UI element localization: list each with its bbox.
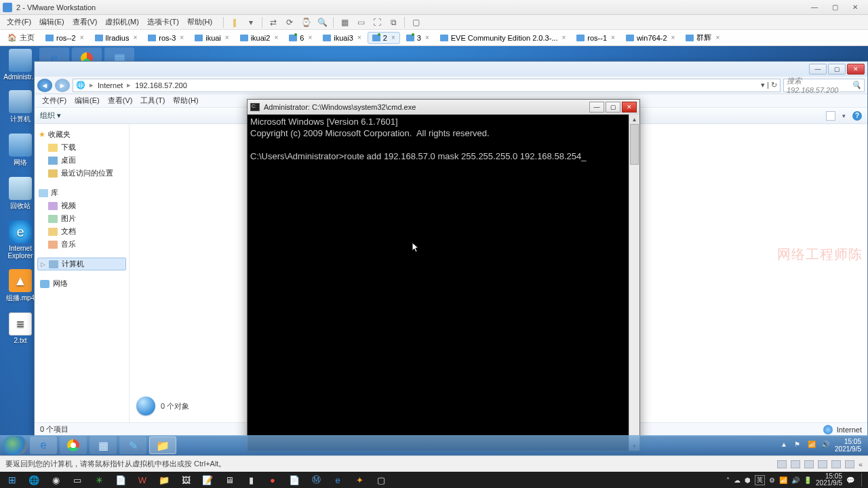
vm-tab[interactable]: win764-2×: [621, 32, 679, 44]
tab-close-icon[interactable]: ×: [274, 34, 278, 41]
explorer-search-input[interactable]: 搜索 192.168.57.200 🔍: [783, 79, 865, 92]
vm-device-icon[interactable]: [804, 460, 814, 468]
outer-task-button[interactable]: 📁: [155, 473, 174, 487]
tray-ime-icon[interactable]: 英: [755, 475, 765, 485]
toolbar-btn[interactable]: ▾: [245, 17, 256, 28]
vm-tab[interactable]: 2×: [368, 32, 400, 44]
tray-volume-icon[interactable]: 🔊: [791, 476, 800, 484]
desktop-icon-txt[interactable]: ≡2.txt: [3, 312, 38, 344]
snapshot-button[interactable]: ⌚: [300, 17, 311, 28]
outer-task-button[interactable]: ●: [263, 473, 282, 487]
pause-button[interactable]: ‖: [229, 17, 240, 28]
cmd-minimize-button[interactable]: —: [589, 102, 604, 113]
cmd-close-button[interactable]: ✕: [622, 102, 637, 113]
exp-menu-tools[interactable]: 工具(T): [137, 95, 168, 106]
toolbar-btn[interactable]: ▢: [410, 17, 421, 28]
desktop-icon-admin[interactable]: Administr...: [3, 49, 38, 81]
outer-task-button[interactable]: 🌐: [24, 473, 43, 487]
forward-button[interactable]: ►: [55, 79, 70, 92]
tab-close-icon[interactable]: ×: [391, 34, 395, 41]
tree-favorites-head[interactable]: ★收藏夹: [37, 128, 126, 141]
outer-task-button[interactable]: W: [133, 473, 152, 487]
tray-battery-icon[interactable]: 🔋: [804, 476, 812, 484]
view-button[interactable]: ▭: [355, 17, 366, 28]
taskbar-chrome-button[interactable]: [60, 436, 87, 454]
outer-task-button[interactable]: ▮: [241, 473, 260, 487]
guest-start-button[interactable]: [3, 436, 27, 455]
outer-task-button[interactable]: 📄: [285, 473, 304, 487]
address-dropdown[interactable]: ▾ | ↻: [761, 81, 777, 89]
vm-device-icon[interactable]: [818, 460, 827, 468]
tree-video[interactable]: 视频: [37, 199, 126, 212]
desktop-icon-network[interactable]: 网络: [3, 134, 38, 167]
tray-volume-icon[interactable]: 🔊: [821, 441, 831, 450]
tree-desktop[interactable]: 桌面: [37, 154, 126, 167]
vm-tab[interactable]: ikuai2×: [235, 32, 283, 44]
taskbar-app-button[interactable]: ✎: [119, 436, 146, 454]
crumb-root[interactable]: Internet: [98, 81, 123, 89]
tree-library-head[interactable]: 库: [37, 186, 126, 199]
exp-menu-help[interactable]: 帮助(H): [170, 95, 201, 106]
desktop-icon-vlc[interactable]: ▲组播.mp4: [3, 269, 38, 303]
tray-network-icon[interactable]: 📶: [808, 441, 817, 450]
outer-task-button[interactable]: 📝: [198, 473, 217, 487]
fullscreen-button[interactable]: ⛶: [372, 17, 382, 28]
desktop-icon-trash[interactable]: 回收站: [3, 177, 38, 211]
cmd-titlebar[interactable]: Administrator: C:\Windows\system32\cmd.e…: [248, 100, 639, 115]
vm-tab[interactable]: EVE Community Edition 2.0.3-...×: [435, 32, 571, 44]
show-desktop-button[interactable]: [861, 473, 864, 487]
outer-task-button[interactable]: 🖼: [176, 473, 195, 487]
cmd-scrollbar[interactable]: ▲ ▼: [629, 115, 639, 451]
host-close-button[interactable]: ✕: [845, 1, 865, 14]
exp-menu-view[interactable]: 查看(V): [104, 95, 136, 106]
tray-action-icon[interactable]: ⚑: [794, 441, 804, 450]
outer-task-button[interactable]: 📄: [111, 473, 130, 487]
tree-recent[interactable]: 最近访问的位置: [37, 167, 126, 180]
outer-task-button[interactable]: ▭: [68, 473, 87, 487]
toolbar-btn[interactable]: ⟳: [284, 17, 295, 28]
cmd-window[interactable]: Administrator: C:\Windows\system32\cmd.e…: [247, 99, 640, 451]
vm-device-more-icon[interactable]: «: [859, 460, 863, 468]
menu-view[interactable]: 查看(V): [68, 16, 102, 28]
outer-task-button[interactable]: ✳: [90, 473, 108, 487]
vm-tab[interactable]: 3×: [401, 32, 434, 44]
tab-close-icon[interactable]: ×: [308, 34, 312, 41]
vm-tab[interactable]: ikuai3×: [318, 32, 366, 44]
tray-icon[interactable]: ☁: [734, 476, 741, 484]
view-mode-dropdown[interactable]: ▾: [842, 113, 846, 119]
scroll-up-button[interactable]: ▲: [629, 115, 639, 124]
tray-flag-icon[interactable]: ▲: [781, 441, 790, 450]
taskbar-explorer-button[interactable]: 📁: [149, 436, 176, 454]
toolbar-btn[interactable]: 🔍: [317, 17, 328, 28]
tree-computer[interactable]: ▷计算机: [37, 258, 126, 270]
taskbar-ie-button[interactable]: e: [30, 436, 57, 454]
menu-vm[interactable]: 虚拟机(M): [101, 16, 143, 28]
desktop-icon-ie[interactable]: eInternet Explorer: [3, 220, 38, 260]
guest-desktop[interactable]: e ▦ Administr...计算机网络回收站eInternet Explor…: [0, 46, 868, 455]
tree-music[interactable]: 音乐: [37, 238, 126, 251]
view-button[interactable]: ▦: [339, 17, 350, 28]
exp-menu-file[interactable]: 文件(F): [39, 95, 70, 106]
tab-close-icon[interactable]: ×: [425, 34, 429, 41]
desktop-icon-computer[interactable]: 计算机: [3, 90, 38, 124]
cmd-maximize-button[interactable]: ▢: [606, 102, 620, 113]
tray-notifications-icon[interactable]: 💬: [846, 476, 854, 484]
outer-task-button[interactable]: ✦: [350, 473, 369, 487]
tray-wifi-icon[interactable]: 📶: [779, 476, 787, 484]
outer-start-button[interactable]: ⊞: [3, 473, 22, 487]
outer-task-button[interactable]: e: [328, 473, 347, 487]
organize-button[interactable]: 组织 ▾: [40, 110, 61, 121]
address-bar[interactable]: 🌐 ▸ Internet ▸ 192.168.57.200 ▾ | ↻: [73, 79, 781, 92]
scroll-thumb[interactable]: [630, 124, 639, 165]
outer-task-button[interactable]: Ⓜ: [307, 473, 326, 487]
tab-close-icon[interactable]: ×: [671, 34, 675, 41]
vm-device-icon[interactable]: [777, 460, 787, 468]
tray-chevron-icon[interactable]: ˄: [726, 476, 730, 484]
guest-clock[interactable]: 15:05 2021/9/5: [835, 438, 861, 453]
tab-close-icon[interactable]: ×: [180, 34, 184, 41]
vm-device-icon[interactable]: [791, 460, 800, 468]
menu-file[interactable]: 文件(F): [3, 16, 35, 28]
vm-device-icon[interactable]: [831, 460, 841, 468]
tab-close-icon[interactable]: ×: [80, 34, 84, 41]
menu-edit[interactable]: 编辑(E): [35, 16, 68, 28]
